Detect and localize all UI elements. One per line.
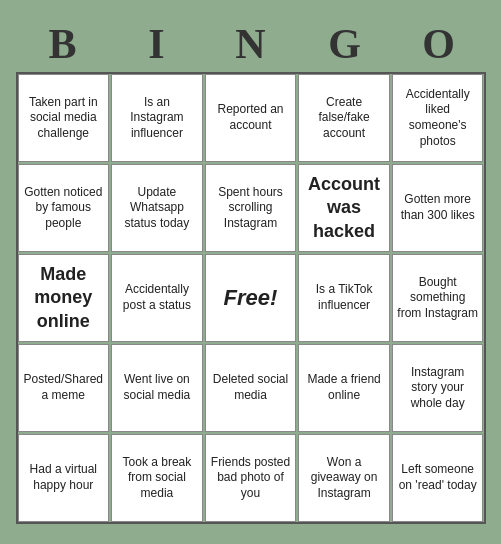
bingo-cell-4[interactable]: Accidentally liked someone's photos [392, 74, 484, 162]
bingo-cell-21[interactable]: Took a break from social media [111, 434, 203, 522]
bingo-cell-24[interactable]: Left someone on 'read' today [392, 434, 484, 522]
bingo-cell-10[interactable]: Made money online [18, 254, 110, 342]
bingo-grid: Taken part in social media challengeIs a… [16, 72, 486, 524]
bingo-letter-o: O [395, 20, 483, 68]
bingo-cell-15[interactable]: Posted/Shared a meme [18, 344, 110, 432]
bingo-cell-12[interactable]: Free! [205, 254, 297, 342]
bingo-cell-16[interactable]: Went live on social media [111, 344, 203, 432]
bingo-cell-11[interactable]: Accidentally post a status [111, 254, 203, 342]
bingo-cell-1[interactable]: Is an Instagram influencer [111, 74, 203, 162]
bingo-cell-0[interactable]: Taken part in social media challenge [18, 74, 110, 162]
bingo-cell-9[interactable]: Gotten more than 300 likes [392, 164, 484, 252]
bingo-cell-14[interactable]: Bought something from Instagram [392, 254, 484, 342]
bingo-cell-3[interactable]: Create false/fake account [298, 74, 390, 162]
bingo-letter-n: N [207, 20, 295, 68]
bingo-header: BINGO [16, 20, 486, 68]
bingo-cell-13[interactable]: Is a TikTok influencer [298, 254, 390, 342]
bingo-cell-23[interactable]: Won a giveaway on Instagram [298, 434, 390, 522]
bingo-cell-8[interactable]: Account was hacked [298, 164, 390, 252]
bingo-cell-2[interactable]: Reported an account [205, 74, 297, 162]
bingo-cell-5[interactable]: Gotten noticed by famous people [18, 164, 110, 252]
bingo-cell-17[interactable]: Deleted social media [205, 344, 297, 432]
bingo-letter-i: I [113, 20, 201, 68]
bingo-cell-7[interactable]: Spent hours scrolling Instagram [205, 164, 297, 252]
bingo-cell-19[interactable]: Instagram story your whole day [392, 344, 484, 432]
bingo-cell-22[interactable]: Friends posted bad photo of you [205, 434, 297, 522]
bingo-card: BINGO Taken part in social media challen… [6, 10, 496, 534]
bingo-cell-20[interactable]: Had a virtual happy hour [18, 434, 110, 522]
bingo-cell-6[interactable]: Update Whatsapp status today [111, 164, 203, 252]
bingo-letter-b: B [19, 20, 107, 68]
bingo-letter-g: G [301, 20, 389, 68]
bingo-cell-18[interactable]: Made a friend online [298, 344, 390, 432]
